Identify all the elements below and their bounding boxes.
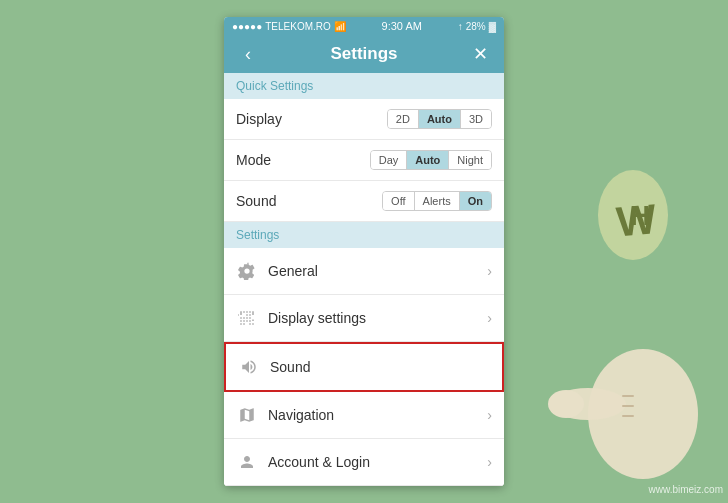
- menu-item-sound[interactable]: Sound: [224, 342, 504, 392]
- mode-day[interactable]: Day: [371, 151, 408, 169]
- settings-menu-label: Settings: [224, 222, 504, 248]
- display-2d[interactable]: 2D: [388, 110, 419, 128]
- display-auto[interactable]: Auto: [419, 110, 461, 128]
- menu-item-navigation[interactable]: Navigation ›: [224, 392, 504, 439]
- mode-setting-row: Mode Day Auto Night: [224, 140, 504, 181]
- status-bar-right: ↑ 28% ▓: [458, 21, 496, 32]
- mode-auto[interactable]: Auto: [407, 151, 449, 169]
- menu-item-account[interactable]: Account & Login ›: [224, 439, 504, 486]
- menu-item-display-settings[interactable]: Display settings ›: [224, 295, 504, 342]
- settings-menu-area: General › Display settings › Sound: [224, 248, 504, 486]
- quick-settings-label: Quick Settings: [224, 73, 504, 99]
- wifi-icon: 📶: [334, 21, 346, 32]
- close-button[interactable]: ✕: [468, 43, 492, 65]
- quick-settings-area: Display 2D Auto 3D Mode Day Auto Night S…: [224, 99, 504, 222]
- sound-menu-label: Sound: [270, 359, 490, 375]
- display-settings-chevron-icon: ›: [487, 310, 492, 326]
- arrow-icon: ↑: [458, 21, 463, 32]
- sound-on[interactable]: On: [460, 192, 491, 210]
- carrier-name: TELEKOM.RO: [265, 21, 331, 32]
- gear-icon: [236, 260, 258, 282]
- svg-point-3: [588, 349, 698, 479]
- display-segmented[interactable]: 2D Auto 3D: [387, 109, 492, 129]
- mode-night[interactable]: Night: [449, 151, 491, 169]
- display-3d[interactable]: 3D: [461, 110, 491, 128]
- battery-icon: ▓: [489, 21, 496, 32]
- mode-segmented[interactable]: Day Auto Night: [370, 150, 492, 170]
- phone-screen: ●●●●● TELEKOM.RO 📶 9:30 AM ↑ 28% ▓ ‹ Set…: [224, 17, 504, 486]
- wh-badge: W H: [578, 160, 668, 270]
- display-settings-label: Display settings: [268, 310, 487, 326]
- account-chevron-icon: ›: [487, 454, 492, 470]
- display-setting-row: Display 2D Auto 3D: [224, 99, 504, 140]
- menu-item-general[interactable]: General ›: [224, 248, 504, 295]
- page-title: Settings: [330, 44, 397, 64]
- display-label: Display: [236, 111, 282, 127]
- speaker-icon: [238, 356, 260, 378]
- person-icon: [236, 451, 258, 473]
- navigation-chevron-icon: ›: [487, 407, 492, 423]
- battery-level: 28%: [466, 21, 486, 32]
- svg-text:H: H: [630, 200, 650, 231]
- svg-point-5: [548, 390, 584, 418]
- account-login-label: Account & Login: [268, 454, 487, 470]
- signal-dots: ●●●●●: [232, 21, 262, 32]
- sound-setting-row: Sound Off Alerts On: [224, 181, 504, 222]
- sound-off[interactable]: Off: [383, 192, 414, 210]
- back-button[interactable]: ‹: [236, 44, 260, 65]
- settings-header: ‹ Settings ✕: [224, 35, 504, 73]
- watermark: www.bimeiz.com: [649, 484, 723, 495]
- sound-alerts[interactable]: Alerts: [415, 192, 460, 210]
- status-bar-time: 9:30 AM: [382, 20, 422, 32]
- sound-label: Sound: [236, 193, 276, 209]
- map-icon: [236, 404, 258, 426]
- general-chevron-icon: ›: [487, 263, 492, 279]
- status-bar: ●●●●● TELEKOM.RO 📶 9:30 AM ↑ 28% ▓: [224, 17, 504, 35]
- hand-gesture: [548, 314, 708, 488]
- sound-segmented[interactable]: Off Alerts On: [382, 191, 492, 211]
- status-bar-left: ●●●●● TELEKOM.RO 📶: [232, 21, 346, 32]
- mode-label: Mode: [236, 152, 271, 168]
- grid-icon: [236, 307, 258, 329]
- navigation-label: Navigation: [268, 407, 487, 423]
- svg-point-4: [550, 388, 626, 420]
- general-label: General: [268, 263, 487, 279]
